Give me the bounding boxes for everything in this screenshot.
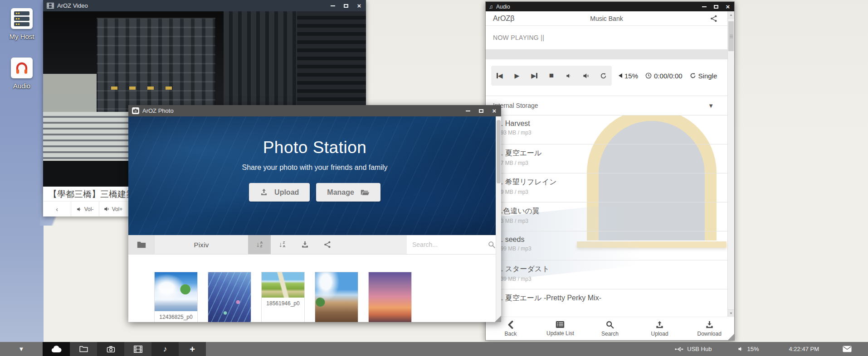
chevron-left-icon: ‹ bbox=[56, 206, 58, 213]
plus-icon: + bbox=[190, 345, 195, 354]
thumbnail-image bbox=[155, 272, 197, 311]
maximize-button[interactable] bbox=[343, 3, 349, 9]
nav-upload-button[interactable]: Upload bbox=[635, 317, 685, 340]
volume-up-button[interactable]: Vol+ bbox=[99, 202, 127, 216]
volume-down-button[interactable] bbox=[560, 66, 577, 86]
manage-button[interactable]: Manage bbox=[316, 183, 380, 202]
messages-tray-item[interactable] bbox=[843, 346, 852, 352]
desktop-stage: My Host Audio ArO bbox=[0, 0, 868, 356]
resize-handle[interactable] bbox=[495, 316, 501, 322]
track-row[interactable]: 02. seeds 12.99 MB / mp3 bbox=[486, 231, 727, 260]
minimize-button[interactable] bbox=[465, 108, 471, 114]
track-row[interactable]: 01. 希望リフレイン 9.09 MB / mp3 bbox=[486, 173, 727, 202]
track-row[interactable]: 01.色違いの翼 9.63 MB / mp3 bbox=[486, 202, 727, 231]
video-map-markers bbox=[111, 87, 172, 90]
minimize-button[interactable] bbox=[330, 3, 336, 9]
sort-za-button[interactable]: ↓ Z A bbox=[271, 235, 293, 254]
photo-thumbnail[interactable] bbox=[208, 272, 251, 322]
track-row[interactable]: 02. スターダスト 12.39 MB / mp3 bbox=[486, 260, 727, 289]
thumbnail-image bbox=[369, 272, 411, 322]
volume-tray-item[interactable]: 15% bbox=[738, 346, 759, 352]
scroll-up-arrow[interactable]: ▲ bbox=[728, 11, 734, 19]
maximize-button[interactable] bbox=[478, 108, 484, 114]
track-row[interactable]: 01. Harvest 10.93 MB / mp3 bbox=[486, 115, 727, 144]
repeat-button[interactable] bbox=[595, 66, 612, 86]
track-meta: 9.09 MB / mp3 bbox=[493, 189, 727, 195]
volume-value: 15% bbox=[624, 72, 638, 80]
nav-update-list-button[interactable]: Update List bbox=[536, 317, 585, 340]
taskbar-music-button[interactable]: ♪ bbox=[151, 342, 179, 356]
photo-thumbnail[interactable]: 18561946_p0 bbox=[261, 272, 305, 322]
video-window-titlebar[interactable]: ArOZ Video × bbox=[43, 0, 366, 11]
photo-thumbnail[interactable] bbox=[368, 272, 412, 322]
usb-hub-tray-item[interactable]: USB Hub bbox=[675, 346, 712, 352]
audio-window-title: Audio bbox=[496, 4, 510, 10]
share-icon[interactable] bbox=[710, 15, 717, 22]
play-button[interactable]: ▶ bbox=[508, 66, 526, 86]
next-button[interactable]: ▶ bbox=[526, 66, 543, 86]
taskbar-cloud-button[interactable] bbox=[43, 342, 70, 356]
chevron-left-icon bbox=[507, 321, 514, 329]
previous-button[interactable]: ◀ bbox=[491, 66, 508, 86]
download-button[interactable] bbox=[293, 235, 316, 254]
scrollbar-thumb[interactable] bbox=[728, 21, 734, 51]
upload-button[interactable]: Upload bbox=[249, 183, 310, 202]
taskbar-video-button[interactable] bbox=[124, 342, 151, 356]
audio-window-titlebar[interactable]: ♫ Audio × bbox=[486, 2, 734, 11]
music-bank-label: Music Bank bbox=[486, 15, 727, 22]
taskbar-menu-caret[interactable]: ▼ bbox=[0, 342, 43, 356]
scroll-down-arrow[interactable]: ▼ bbox=[728, 309, 734, 317]
nav-search-button[interactable]: Search bbox=[585, 317, 635, 340]
storage-dropdown[interactable]: Internal Storage ▼ bbox=[486, 96, 727, 115]
close-button[interactable]: × bbox=[356, 3, 362, 9]
scrollbar[interactable]: ▲ ▼ bbox=[727, 11, 734, 317]
progress-bar[interactable] bbox=[486, 49, 727, 59]
thumbnail-image bbox=[315, 272, 358, 322]
track-row[interactable]: 01. 夏空エール 9.37 MB / mp3 bbox=[486, 144, 727, 173]
photo-toolbar: Pixiv ↓ A Z ↓ Z A bbox=[128, 235, 501, 255]
share-button[interactable] bbox=[316, 235, 339, 254]
audio-bottom-nav: Back Update List Search Upload bbox=[486, 317, 734, 340]
photo-window-titlebar[interactable]: ArOZ Photo × bbox=[128, 105, 501, 116]
taskbar-files-button[interactable] bbox=[70, 342, 97, 356]
stop-button[interactable]: ■ bbox=[543, 66, 560, 86]
speaker-high-icon bbox=[104, 206, 110, 212]
volume-up-button[interactable] bbox=[577, 66, 595, 86]
taskbar-photo-button[interactable] bbox=[97, 342, 124, 356]
usb-hub-label: USB Hub bbox=[687, 346, 712, 352]
desktop-icon-label: Audio bbox=[13, 82, 30, 90]
track-meta: 12.39 MB / mp3 bbox=[493, 276, 727, 282]
search-input[interactable] bbox=[412, 241, 488, 248]
photo-thumbnail[interactable] bbox=[315, 272, 358, 322]
clock-tray-item[interactable]: 4:22:47 PM bbox=[789, 346, 819, 352]
minimize-button[interactable] bbox=[701, 4, 707, 10]
photo-window: ArOZ Photo × Photo Station Share your ph… bbox=[128, 105, 501, 322]
taskbar-add-button[interactable]: + bbox=[179, 342, 206, 356]
sort-az-button[interactable]: ↓ A Z bbox=[248, 235, 271, 254]
desktop-icon-audio[interactable]: Audio bbox=[5, 58, 39, 90]
close-button[interactable]: × bbox=[725, 4, 731, 10]
nav-download-button[interactable]: Download bbox=[684, 317, 734, 340]
chevron-down-icon: ▼ bbox=[19, 346, 24, 352]
scrollbar-thumb[interactable] bbox=[497, 120, 501, 183]
photo-thumbnail[interactable]: 12436825_p0 bbox=[154, 272, 198, 322]
close-button[interactable]: × bbox=[491, 108, 497, 114]
repeat-mode-value: Single bbox=[698, 72, 717, 80]
video-back-button[interactable]: ‹ bbox=[43, 202, 71, 216]
maximize-button[interactable] bbox=[713, 4, 719, 10]
speaker-low-icon bbox=[77, 207, 82, 212]
speaker-high-icon bbox=[583, 72, 590, 79]
music-note-icon: ♫ bbox=[489, 4, 493, 10]
track-meta: 12.99 MB / mp3 bbox=[493, 245, 727, 252]
track-title: 01.色違いの翼 bbox=[493, 207, 727, 216]
folder-button[interactable] bbox=[128, 235, 155, 254]
photo-window-title: ArOZ Photo bbox=[142, 107, 174, 114]
chevron-down-icon: ▼ bbox=[701, 102, 714, 109]
track-title: 02. スターダスト bbox=[493, 265, 727, 274]
scrollbar[interactable] bbox=[496, 116, 501, 322]
desktop-icon-my-host[interactable]: My Host bbox=[5, 8, 39, 40]
volume-down-button[interactable]: Vol- bbox=[71, 202, 99, 216]
resize-handle[interactable] bbox=[728, 334, 734, 340]
photo-name: 12436825_p0 bbox=[155, 311, 197, 322]
track-row[interactable]: 02. 夏空エール -Pretty Perky Mix- bbox=[486, 289, 727, 317]
